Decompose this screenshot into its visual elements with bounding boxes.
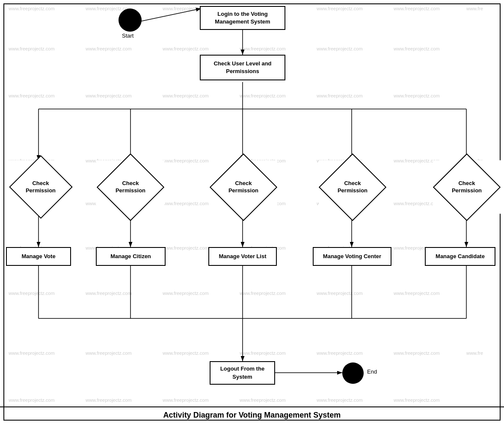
diamond-4: CheckPermission bbox=[319, 160, 386, 214]
diamond-1: CheckPermission bbox=[9, 160, 73, 214]
end-label: End bbox=[367, 368, 377, 375]
login-box: Login to the VotingManagement System bbox=[200, 6, 285, 30]
logout-box: Logout From theSystem bbox=[210, 361, 275, 385]
manage-citizen-box: Manage Citizen bbox=[96, 247, 166, 266]
start-label: Start bbox=[122, 32, 133, 39]
manage-voting-center-box: Manage Voting Center bbox=[313, 247, 391, 266]
manage-candidate-box: Manage Candidate bbox=[425, 247, 495, 266]
diagram-container: www.freeprojectz.com www.freeprojectz.co… bbox=[0, 0, 504, 424]
manage-voter-list-box: Manage Voter List bbox=[208, 247, 277, 266]
end-circle bbox=[342, 362, 364, 384]
manage-vote-box: Manage Vote bbox=[6, 247, 71, 266]
start-circle bbox=[119, 9, 142, 32]
diagram-title: Activity Diagram for Voting Management S… bbox=[0, 406, 504, 420]
check-permissions-box: Check User Level andPermissions bbox=[200, 55, 285, 80]
diamond-5: CheckPermission bbox=[433, 160, 501, 214]
diamond-2: CheckPermission bbox=[96, 160, 165, 214]
diamond-3: CheckPermission bbox=[210, 160, 277, 214]
